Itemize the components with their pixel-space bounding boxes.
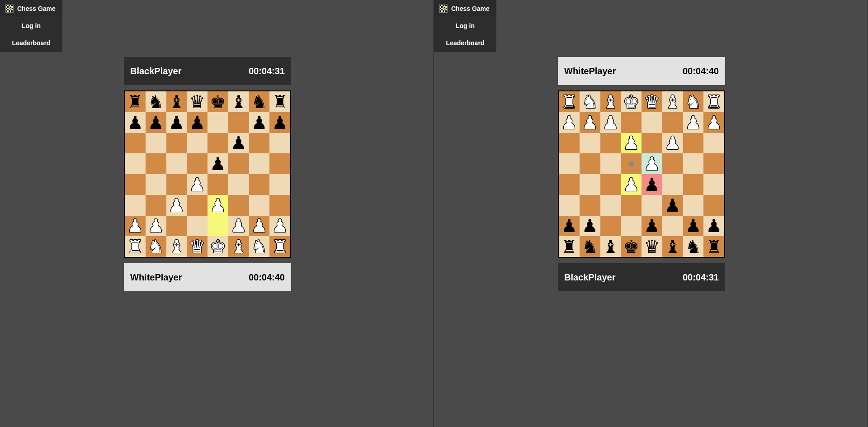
square-d7[interactable]: ♟	[642, 216, 662, 237]
square-d1[interactable]: ♛	[642, 91, 662, 112]
square-h5[interactable]	[269, 153, 290, 174]
square-d2[interactable]	[642, 112, 662, 133]
square-d3[interactable]	[187, 195, 208, 216]
square-f6[interactable]: ♟	[228, 133, 249, 154]
square-b5[interactable]	[683, 174, 704, 195]
square-c4[interactable]	[662, 153, 683, 174]
square-b4[interactable]	[146, 174, 166, 195]
chess-board-left[interactable]: ♜♞♝♛♚♝♞♜♟♟♟♟♟♟♟♟♟♟♟♟♟♟♟♟♜♞♝♛♚♝♞♜	[124, 90, 291, 258]
square-e8[interactable]: ♚	[208, 91, 228, 112]
square-b2[interactable]: ♟	[146, 216, 166, 237]
square-a7[interactable]: ♟	[125, 112, 146, 133]
login-link[interactable]: Log in	[0, 17, 62, 34]
square-h7[interactable]: ♟	[269, 112, 290, 133]
square-b1[interactable]: ♞	[146, 236, 166, 257]
square-f7[interactable]	[600, 216, 621, 237]
square-d5[interactable]	[187, 153, 208, 174]
square-g4[interactable]	[249, 174, 270, 195]
square-h8[interactable]: ♜	[269, 91, 290, 112]
square-h8[interactable]: ♜	[559, 236, 580, 257]
square-f1[interactable]: ♝	[600, 91, 621, 112]
square-g3[interactable]	[580, 133, 600, 154]
square-f6[interactable]	[600, 195, 621, 216]
square-h6[interactable]	[269, 133, 290, 154]
square-a6[interactable]	[703, 195, 724, 216]
square-f8[interactable]: ♝	[600, 236, 621, 257]
square-e7[interactable]	[621, 216, 642, 237]
square-e2[interactable]	[208, 216, 228, 237]
square-c3[interactable]: ♟	[662, 133, 683, 154]
square-c5[interactable]	[166, 153, 187, 174]
square-c7[interactable]	[662, 216, 683, 237]
square-b2[interactable]: ♟	[683, 112, 704, 133]
square-a5[interactable]	[703, 174, 724, 195]
square-b8[interactable]: ♞	[683, 236, 704, 257]
square-h2[interactable]: ♟	[269, 216, 290, 237]
square-a2[interactable]: ♟	[125, 216, 146, 237]
square-d4[interactable]: ♟	[187, 174, 208, 195]
square-e7[interactable]	[208, 112, 228, 133]
square-a3[interactable]	[703, 133, 724, 154]
square-f1[interactable]: ♝	[228, 236, 249, 257]
square-c6[interactable]	[166, 133, 187, 154]
square-h3[interactable]	[559, 133, 580, 154]
square-c2[interactable]	[662, 112, 683, 133]
square-c4[interactable]	[166, 174, 187, 195]
leaderboard-link[interactable]: Leaderboard	[0, 34, 62, 52]
square-d4[interactable]: ♟	[642, 153, 662, 174]
square-f4[interactable]	[600, 153, 621, 174]
square-g1[interactable]: ♞	[580, 91, 600, 112]
square-e1[interactable]: ♚	[208, 236, 228, 257]
square-h5[interactable]	[559, 174, 580, 195]
square-b3[interactable]	[683, 133, 704, 154]
square-b7[interactable]: ♟	[683, 216, 704, 237]
brand-link[interactable]: Chess Game	[434, 0, 496, 17]
square-f8[interactable]: ♝	[228, 91, 249, 112]
square-f3[interactable]	[600, 133, 621, 154]
square-d6[interactable]	[187, 133, 208, 154]
square-b7[interactable]: ♟	[146, 112, 166, 133]
square-h3[interactable]	[269, 195, 290, 216]
square-a3[interactable]	[125, 195, 146, 216]
brand-link[interactable]: Chess Game	[0, 0, 62, 17]
square-f2[interactable]: ♟	[600, 112, 621, 133]
square-c3[interactable]: ♟	[166, 195, 187, 216]
square-h1[interactable]: ♜	[269, 236, 290, 257]
square-g6[interactable]	[249, 133, 270, 154]
square-a8[interactable]: ♜	[125, 91, 146, 112]
square-a4[interactable]	[125, 174, 146, 195]
square-d7[interactable]: ♟	[187, 112, 208, 133]
square-h2[interactable]: ♟	[559, 112, 580, 133]
square-a1[interactable]: ♜	[125, 236, 146, 257]
square-f2[interactable]: ♟	[228, 216, 249, 237]
leaderboard-link[interactable]: Leaderboard	[434, 34, 496, 52]
square-e4[interactable]	[621, 153, 642, 174]
square-c8[interactable]: ♝	[166, 91, 187, 112]
square-a7[interactable]: ♟	[703, 216, 724, 237]
square-e2[interactable]	[621, 112, 642, 133]
square-a4[interactable]	[703, 153, 724, 174]
square-b3[interactable]	[146, 195, 166, 216]
square-g7[interactable]: ♟	[580, 216, 600, 237]
square-g7[interactable]: ♟	[249, 112, 270, 133]
square-b1[interactable]: ♞	[683, 91, 704, 112]
square-b8[interactable]: ♞	[146, 91, 166, 112]
square-a2[interactable]: ♟	[703, 112, 724, 133]
square-g2[interactable]: ♟	[249, 216, 270, 237]
square-h4[interactable]	[269, 174, 290, 195]
square-f3[interactable]	[228, 195, 249, 216]
square-c1[interactable]: ♝	[166, 236, 187, 257]
square-c2[interactable]	[166, 216, 187, 237]
square-d6[interactable]	[642, 195, 662, 216]
square-h7[interactable]: ♟	[559, 216, 580, 237]
square-e5[interactable]: ♟	[208, 153, 228, 174]
square-g6[interactable]	[580, 195, 600, 216]
square-f7[interactable]	[228, 112, 249, 133]
square-c7[interactable]: ♟	[166, 112, 187, 133]
square-a6[interactable]	[125, 133, 146, 154]
square-d2[interactable]	[187, 216, 208, 237]
square-c5[interactable]	[662, 174, 683, 195]
square-b6[interactable]	[683, 195, 704, 216]
square-e6[interactable]	[621, 195, 642, 216]
square-e5[interactable]: ♟	[621, 174, 642, 195]
